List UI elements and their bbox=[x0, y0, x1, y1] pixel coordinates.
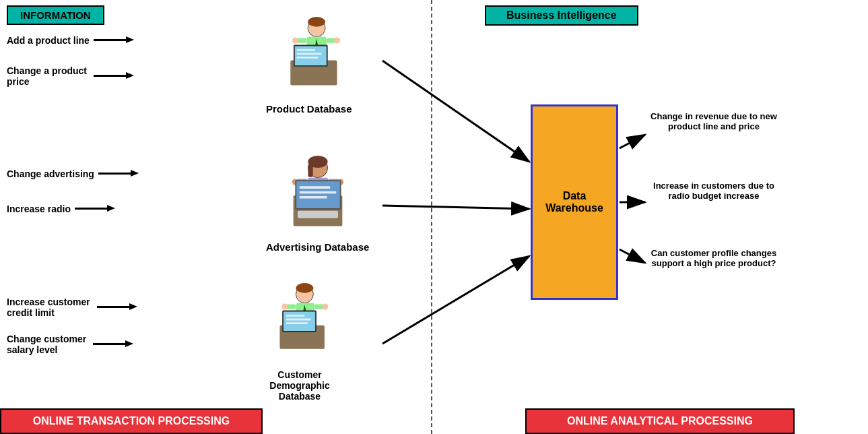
change-product-price: Change a productprice bbox=[7, 65, 155, 87]
svg-rect-41 bbox=[286, 319, 311, 321]
svg-rect-27 bbox=[299, 196, 327, 199]
customer-profile-output: Can customer profile changes support a h… bbox=[646, 248, 781, 268]
product-database-section: Product Database bbox=[266, 17, 352, 115]
svg-line-45 bbox=[382, 61, 529, 162]
svg-rect-25 bbox=[299, 186, 329, 189]
svg-line-48 bbox=[620, 135, 645, 148]
product-db-label: Product Database bbox=[266, 103, 352, 115]
svg-point-7 bbox=[334, 37, 340, 43]
svg-rect-39 bbox=[283, 311, 315, 331]
svg-rect-40 bbox=[286, 315, 305, 317]
svg-rect-16 bbox=[308, 165, 312, 177]
customer-database-section: CustomerDemographicDatabase bbox=[266, 283, 333, 402]
svg-rect-12 bbox=[296, 53, 321, 55]
change-salary-level: Change customersalary level bbox=[7, 334, 162, 355]
svg-line-46 bbox=[382, 206, 529, 209]
increase-credit-limit: Increase customercredit limit bbox=[7, 297, 162, 318]
svg-line-50 bbox=[620, 249, 645, 263]
business-intelligence-label: Business Intelligence bbox=[485, 5, 638, 26]
advertising-database-section: Advertising Database bbox=[266, 155, 369, 253]
svg-point-1 bbox=[308, 17, 325, 27]
oltp-label: ONLINE TRANSACTION PROCESSING bbox=[0, 408, 263, 434]
svg-line-47 bbox=[382, 256, 529, 344]
advertising-db-label: Advertising Database bbox=[266, 241, 369, 253]
information-label: INFORMATION bbox=[7, 5, 104, 25]
dashed-divider bbox=[431, 0, 432, 434]
svg-rect-42 bbox=[286, 322, 308, 324]
olap-label: ONLINE ANALYTICAL PROCESSING bbox=[525, 408, 795, 434]
svg-point-30 bbox=[296, 283, 313, 293]
add-product-line: Add a product line bbox=[7, 35, 134, 46]
data-warehouse-box: Data Warehouse bbox=[531, 104, 618, 300]
svg-point-36 bbox=[322, 303, 328, 309]
customer-person-icon bbox=[266, 283, 333, 364]
product-person-icon bbox=[275, 17, 343, 98]
svg-point-35 bbox=[281, 303, 288, 309]
svg-rect-11 bbox=[296, 49, 315, 51]
advertising-person-icon bbox=[284, 155, 352, 236]
change-advertising: Change advertising bbox=[7, 168, 139, 179]
svg-rect-10 bbox=[295, 46, 327, 65]
revenue-change-output: Change in revenue due to new product lin… bbox=[646, 111, 781, 131]
svg-rect-26 bbox=[299, 191, 336, 194]
svg-point-6 bbox=[292, 37, 298, 43]
svg-rect-13 bbox=[296, 57, 318, 59]
svg-rect-28 bbox=[298, 211, 338, 218]
customers-increase-output: Increase in customers due to radio budge… bbox=[646, 181, 781, 201]
customer-db-label: CustomerDemographicDatabase bbox=[266, 369, 333, 402]
svg-rect-24 bbox=[296, 181, 340, 208]
increase-radio: Increase radio bbox=[7, 204, 115, 214]
